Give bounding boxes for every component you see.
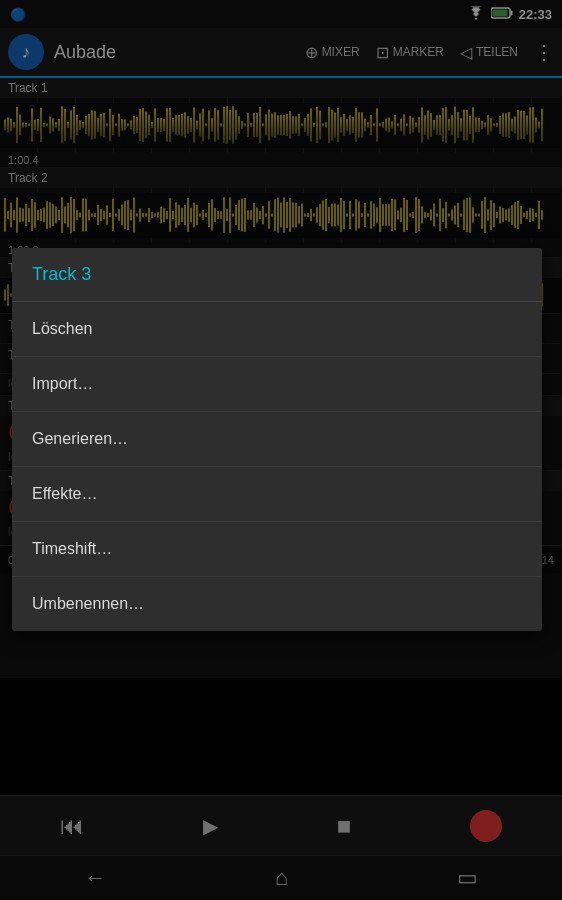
menu-item-delete[interactable]: Löschen [12,302,542,357]
menu-item-import[interactable]: Import… [12,357,542,412]
menu-item-effects[interactable]: Effekte… [12,467,542,522]
context-menu-title: Track 3 [12,248,542,302]
menu-overlay[interactable]: Track 3 Löschen Import… Generieren… Effe… [0,0,562,900]
menu-item-generate[interactable]: Generieren… [12,412,542,467]
context-menu: Track 3 Löschen Import… Generieren… Effe… [12,248,542,631]
menu-item-rename[interactable]: Umbenennen… [12,577,542,631]
menu-item-timeshift[interactable]: Timeshift… [12,522,542,577]
